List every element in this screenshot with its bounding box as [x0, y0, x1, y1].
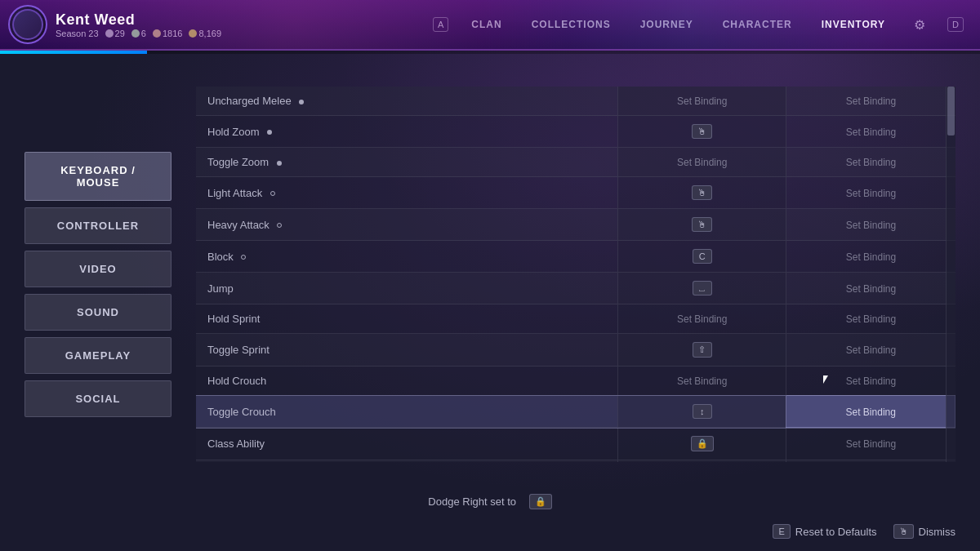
nav-journey[interactable]: JOURNEY	[634, 16, 700, 33]
dot-hollow	[241, 255, 246, 260]
key-c: C	[693, 249, 712, 264]
binding-1[interactable]: Set Binding	[617, 367, 786, 396]
nav-box-d[interactable]: D	[947, 17, 964, 32]
bottom-status: Dodge Right set to 🔒	[0, 486, 980, 551]
binding-1[interactable]: Set Binding	[617, 148, 786, 177]
avatar	[8, 5, 47, 44]
avatar-inner	[12, 9, 43, 40]
binding-1[interactable]: ↕	[617, 396, 786, 428]
reset-key: E	[773, 524, 790, 539]
dismiss-key: 🖱	[893, 524, 914, 539]
scrollbar[interactable]	[946, 87, 956, 462]
binding-1[interactable]: Set Binding	[617, 304, 786, 334]
dot-filled	[267, 130, 272, 135]
action-name: Light Attack	[196, 177, 617, 209]
stat-credits: 8,169	[189, 29, 221, 38]
action-name: Heavy Attack	[196, 209, 617, 241]
set-binding-text[interactable]: Set Binding	[846, 283, 896, 295]
binding-2[interactable]: Set Binding	[786, 367, 956, 396]
binding-2[interactable]: Set Binding	[786, 209, 956, 241]
binding-2[interactable]: Set Binding	[786, 428, 956, 460]
mouse-icon: 🖱	[692, 185, 712, 200]
stat-sword: 6	[131, 29, 146, 38]
table-row: Air Move F Set Binding	[196, 460, 956, 463]
binding-1[interactable]: 🖱	[617, 116, 786, 148]
binding-2[interactable]: Set Binding	[786, 460, 956, 463]
set-binding-text[interactable]: Set Binding	[677, 313, 727, 325]
set-binding-text[interactable]: Set Binding	[677, 96, 727, 107]
binding-1[interactable]: F	[617, 460, 786, 463]
nav-clan[interactable]: CLAN	[465, 16, 508, 33]
binding-2[interactable]: Set Binding	[786, 177, 956, 209]
table-row: Toggle Sprint ⇧ Set Binding	[196, 334, 956, 367]
nav-character[interactable]: CHARACTER	[716, 16, 799, 33]
sidebar-item-controller[interactable]: CONTROLLER	[24, 207, 172, 244]
table-row-highlighted: Toggle Crouch ↕ Set Binding	[196, 396, 956, 428]
sidebar-item-gameplay[interactable]: GAMEPLAY	[24, 337, 172, 374]
nav-collections[interactable]: COLLECTIONS	[525, 16, 617, 33]
binding-2[interactable]: Set Binding	[786, 273, 956, 304]
table-row: Hold Zoom 🖱 Set Binding	[196, 116, 956, 148]
action-name: Uncharged Melee	[196, 87, 617, 116]
sidebar-item-sound[interactable]: SOUND	[24, 294, 172, 331]
keybind-table: Uncharged Melee Set Binding Set Binding …	[196, 87, 956, 462]
binding-2[interactable]: Set Binding	[786, 116, 956, 148]
progress-bar-fill	[0, 51, 147, 54]
binding-1[interactable]: C	[617, 241, 786, 273]
nav-box-a[interactable]: A	[433, 17, 448, 32]
set-binding-text[interactable]: Set Binding	[846, 251, 896, 263]
table-row: Jump ⎵ Set Binding	[196, 273, 956, 304]
sidebar: KEYBOARD / MOUSE CONTROLLER VIDEO SOUND …	[24, 78, 172, 535]
stat-season: Season 23	[56, 29, 99, 38]
binding-1[interactable]: 🖱	[617, 177, 786, 209]
set-binding-text[interactable]: Set Binding	[846, 96, 896, 107]
dismiss-action[interactable]: 🖱 Dismiss	[893, 524, 956, 539]
set-binding-text[interactable]: Set Binding	[846, 127, 896, 138]
action-name: Toggle Crouch	[196, 396, 617, 428]
action-name: Toggle Sprint	[196, 334, 617, 367]
set-binding-text[interactable]: Set Binding	[846, 407, 896, 418]
table-row: Hold Crouch Set Binding Set Binding	[196, 367, 956, 396]
binding-1[interactable]: Set Binding	[617, 87, 786, 116]
settings-icon[interactable]: ⚙	[908, 13, 931, 36]
binding-2-active[interactable]: Set Binding	[786, 396, 956, 428]
set-binding-text[interactable]: Set Binding	[846, 313, 896, 325]
nav-inventory[interactable]: INVENTORY	[815, 16, 892, 33]
binding-2[interactable]: Set Binding	[786, 87, 956, 116]
keybind-table-wrapper: Uncharged Melee Set Binding Set Binding …	[196, 87, 956, 462]
key-crouch: ↕	[693, 404, 712, 419]
binding-2[interactable]: Set Binding	[786, 148, 956, 177]
set-binding-text[interactable]: Set Binding	[677, 375, 727, 387]
set-binding-text[interactable]: Set Binding	[846, 375, 896, 387]
mouse-icon: 🖱	[692, 217, 712, 232]
table-row: Hold Sprint Set Binding Set Binding	[196, 304, 956, 334]
binding-2[interactable]: Set Binding	[786, 304, 956, 334]
sidebar-item-social[interactable]: SOCIAL	[24, 380, 172, 417]
set-binding-text[interactable]: Set Binding	[846, 220, 896, 231]
binding-2[interactable]: Set Binding	[786, 241, 956, 273]
action-name: Hold Crouch	[196, 367, 617, 396]
binding-1[interactable]: 🖱	[617, 209, 786, 241]
user-name: Kent Weed	[56, 11, 221, 29]
set-binding-text[interactable]: Set Binding	[846, 438, 896, 450]
reset-label: Reset to Defaults	[795, 526, 877, 538]
sidebar-item-video[interactable]: VIDEO	[24, 251, 172, 287]
sidebar-item-keyboard-mouse[interactable]: KEYBOARD / MOUSE	[24, 152, 172, 201]
binding-2[interactable]: Set Binding	[786, 334, 956, 367]
binding-1[interactable]: ⇧	[617, 334, 786, 367]
scrollbar-thumb[interactable]	[947, 87, 955, 136]
binding-1[interactable]: ⎵	[617, 273, 786, 304]
action-name: Block	[196, 241, 617, 273]
nav-links: A CLAN COLLECTIONS JOURNEY CHARACTER INV…	[433, 13, 964, 36]
set-binding-text[interactable]: Set Binding	[677, 157, 727, 168]
progress-bar-container	[0, 51, 980, 54]
set-binding-text[interactable]: Set Binding	[846, 188, 896, 199]
binding-1[interactable]: 🔒	[617, 428, 786, 460]
top-navigation: Kent Weed Season 23 29 6 1816	[0, 0, 980, 51]
set-binding-text[interactable]: Set Binding	[846, 344, 896, 356]
stat-shield: 29	[105, 29, 125, 38]
table-row: Block C Set Binding	[196, 241, 956, 273]
table-row: Light Attack 🖱 Set Binding	[196, 177, 956, 209]
reset-defaults-action[interactable]: E Reset to Defaults	[773, 524, 876, 539]
set-binding-text[interactable]: Set Binding	[846, 157, 896, 168]
